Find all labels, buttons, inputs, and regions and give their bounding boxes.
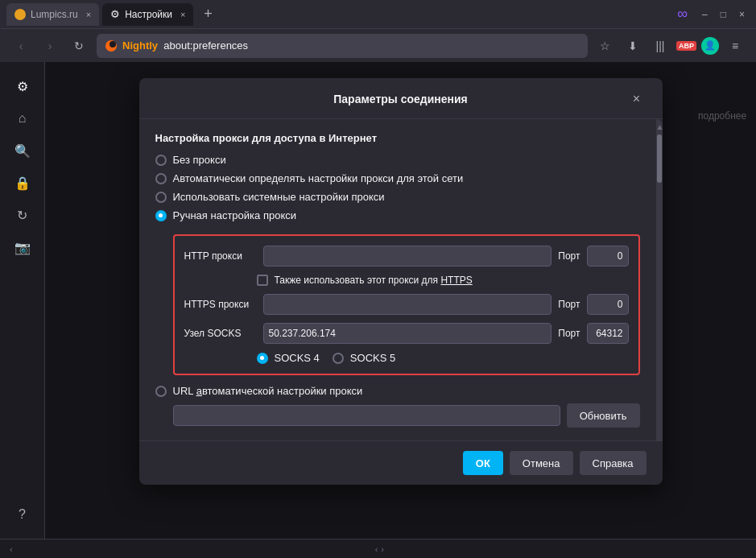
dialog-overlay: Параметры соединения × Настройка прокси … xyxy=(45,62,756,539)
manual-proxy-section: HTTP прокси Порт Также использовать этот… xyxy=(173,234,640,375)
https-port-input[interactable] xyxy=(587,294,629,315)
https-proxy-input[interactable] xyxy=(263,294,552,315)
sidebar-icon-sync[interactable]: ↻ xyxy=(8,200,37,229)
radio-no-proxy-input[interactable] xyxy=(155,155,167,166)
titlebar: Lumpics.ru × ⚙ Настройки × + ∞ – □ × xyxy=(0,0,756,28)
tab-favicon-lumpics xyxy=(14,9,26,20)
close-button[interactable]: × xyxy=(734,7,750,22)
cancel-button[interactable]: Отмена xyxy=(510,451,573,475)
address-url: about:preferences xyxy=(163,39,248,52)
status-bar: ‹ ‹ › xyxy=(0,539,756,558)
radio-url-proxy-label: URL автоматической настройки прокси xyxy=(173,385,363,397)
radio-system-proxy[interactable]: Использовать системные настройки прокси xyxy=(155,191,640,203)
radio-socks4[interactable]: SOCKS 4 xyxy=(257,352,320,364)
sidebar-icon-help[interactable]: ? xyxy=(8,500,37,529)
https-also-label: Также использовать этот прокси для HTTPS xyxy=(275,275,473,286)
toolbar: ‹ › ↻ Nightly about:preferences ☆ ⬇ ||| … xyxy=(0,28,756,62)
dialog-body: Настройка прокси для доступа в Интернет … xyxy=(139,119,656,440)
refresh-button[interactable]: ↻ xyxy=(68,35,90,57)
radio-url-proxy-input[interactable] xyxy=(155,386,167,397)
dialog-title: Параметры соединения xyxy=(175,93,627,105)
radio-system-proxy-input[interactable] xyxy=(155,192,167,203)
http-proxy-input[interactable] xyxy=(263,246,552,267)
address-bar[interactable]: Nightly about:preferences xyxy=(97,34,588,58)
tab-label-lumpics: Lumpics.ru xyxy=(31,9,78,20)
radio-no-proxy[interactable]: Без прокси xyxy=(155,154,640,166)
proxy-radio-group: Без прокси Автоматически определять наст… xyxy=(155,154,640,221)
http-port-label: Порт xyxy=(558,250,580,262)
nav-arrow-left[interactable]: ‹ xyxy=(375,544,378,554)
radio-manual-proxy-label: Ручная настройка прокси xyxy=(173,209,297,221)
nightly-label: Nightly xyxy=(122,39,158,52)
ok-button[interactable]: ОК xyxy=(463,451,503,475)
bookmark-icon[interactable]: ☆ xyxy=(594,35,617,57)
user-icon[interactable]: 👤 xyxy=(701,37,719,55)
http-port-input[interactable] xyxy=(587,246,629,267)
radio-auto-detect[interactable]: Автоматически определять настройки прокс… xyxy=(155,172,640,184)
scrollbar-thumb[interactable] xyxy=(657,134,662,183)
radio-auto-detect-input[interactable] xyxy=(155,173,167,184)
page-content: подробнее Параметры соединения × Настрой… xyxy=(45,62,756,539)
nav-arrow-right[interactable]: › xyxy=(381,544,384,554)
https-also-checkbox[interactable] xyxy=(257,275,268,286)
url-proxy-input[interactable] xyxy=(173,405,560,426)
menu-icon[interactable]: ≡ xyxy=(724,35,746,57)
socks-port-input[interactable] xyxy=(587,323,629,344)
restore-button[interactable]: □ xyxy=(716,7,731,22)
address-text: Nightly about:preferences xyxy=(122,39,248,52)
scroll-up-arrow[interactable]: ▲ xyxy=(656,121,663,133)
socks-version-row: SOCKS 4 SOCKS 5 xyxy=(184,352,629,364)
dialog-inner: Настройка прокси для доступа в Интернет … xyxy=(139,119,663,440)
help-button[interactable]: Справка xyxy=(580,451,647,475)
radio-socks5[interactable]: SOCKS 5 xyxy=(333,352,395,364)
sidebar-icon-camera[interactable]: 📷 xyxy=(8,233,37,262)
url-proxy-section: URL автоматической настройки прокси Обно… xyxy=(155,385,640,428)
svg-point-1 xyxy=(109,41,116,48)
url-proxy-input-row: Обновить xyxy=(155,403,640,428)
socks-proxy-label: Узел SOCKS xyxy=(184,328,257,339)
sidebar: ⚙ ⌂ 🔍 🔒 ↻ 📷 ? xyxy=(0,62,45,539)
radio-socks4-label: SOCKS 4 xyxy=(275,352,320,364)
tab-settings[interactable]: ⚙ Настройки × xyxy=(102,3,193,26)
tab-lumpics[interactable]: Lumpics.ru × xyxy=(6,3,99,26)
dialog-scrollbar[interactable]: ▲ xyxy=(656,119,663,440)
http-proxy-label: HTTP прокси xyxy=(184,250,257,262)
https-proxy-row: HTTPS прокси Порт xyxy=(184,294,629,315)
new-tab-button[interactable]: + xyxy=(196,3,219,26)
tab-settings-icon: ⚙ xyxy=(110,8,120,20)
sidebar-icon-lock[interactable]: 🔒 xyxy=(8,168,37,197)
download-icon[interactable]: ⬇ xyxy=(622,35,644,57)
dialog-header: Параметры соединения × xyxy=(139,78,663,119)
radio-no-proxy-label: Без прокси xyxy=(173,154,226,166)
abp-badge: ABP xyxy=(676,41,696,51)
connection-settings-dialog: Параметры соединения × Настройка прокси … xyxy=(139,78,663,485)
proxy-section-title: Настройка прокси для доступа в Интернет xyxy=(155,132,640,144)
sidebar-icon-home[interactable]: ⌂ xyxy=(8,104,37,133)
tab-label-settings: Настройки xyxy=(125,9,172,20)
radio-url-proxy[interactable]: URL автоматической настройки прокси xyxy=(155,385,640,397)
minimize-button[interactable]: – xyxy=(697,7,713,22)
radio-socks4-input[interactable] xyxy=(257,353,268,364)
socks-proxy-row: Узел SOCKS 50.237.206.174 Порт xyxy=(184,323,629,344)
radio-manual-proxy[interactable]: Ручная настройка прокси xyxy=(155,209,640,221)
tab-close-settings[interactable]: × xyxy=(180,10,185,19)
sidebar-toggle-icon[interactable]: ||| xyxy=(649,35,671,57)
dialog-close-button[interactable]: × xyxy=(627,89,647,109)
socks-port-label: Порт xyxy=(558,328,580,339)
radio-auto-detect-label: Автоматически определять настройки прокс… xyxy=(173,172,464,184)
radio-manual-proxy-input[interactable] xyxy=(155,210,167,221)
main-area: ⚙ ⌂ 🔍 🔒 ↻ 📷 ? подробнее Параметры соедин… xyxy=(0,62,756,539)
tab-close-lumpics[interactable]: × xyxy=(86,10,91,19)
radio-system-proxy-label: Использовать системные настройки прокси xyxy=(173,191,385,203)
socks-proxy-input[interactable]: 50.237.206.174 xyxy=(263,323,552,344)
radio-socks5-input[interactable] xyxy=(333,353,344,364)
https-port-label: Порт xyxy=(558,299,580,310)
refresh-button[interactable]: Обновить xyxy=(567,403,640,428)
radio-socks5-label: SOCKS 5 xyxy=(350,352,395,364)
toolbar-icons: ☆ ⬇ ||| ABP 👤 ≡ xyxy=(594,35,746,57)
back-button[interactable]: ‹ xyxy=(10,35,32,57)
forward-button[interactable]: › xyxy=(39,35,61,57)
https-proxy-label: HTTPS прокси xyxy=(184,299,257,310)
sidebar-icon-search[interactable]: 🔍 xyxy=(8,136,37,165)
sidebar-icon-settings[interactable]: ⚙ xyxy=(8,72,37,101)
